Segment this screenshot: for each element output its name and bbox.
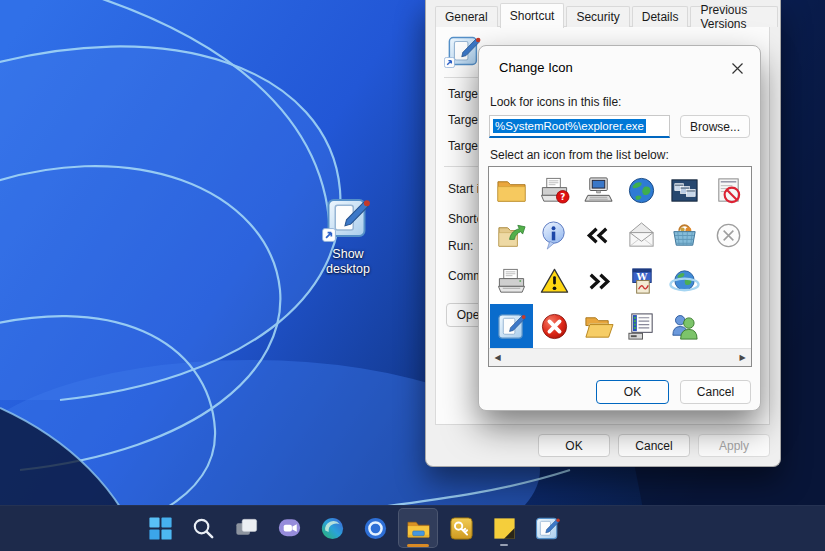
browse-button[interactable]: Browse...	[680, 115, 750, 138]
scroll-left-button[interactable]: ◀	[489, 349, 506, 366]
printer-icon[interactable]	[490, 259, 533, 304]
icon-grid	[489, 167, 751, 349]
close-button[interactable]	[725, 56, 749, 80]
system-properties-icon[interactable]	[620, 304, 663, 349]
taskbar-show-desktop-button[interactable]	[527, 508, 567, 548]
taskbar-edge-button[interactable]	[312, 508, 352, 548]
taskbar-cortana-button[interactable]	[355, 508, 395, 548]
window-blocked-icon[interactable]	[706, 168, 749, 213]
edge-icon	[319, 515, 346, 542]
write-wordpad-icon[interactable]	[620, 259, 663, 304]
taskbar-start-button[interactable]	[140, 508, 180, 548]
tab-general[interactable]: General	[435, 6, 498, 27]
properties-apply-button[interactable]: Apply	[698, 434, 770, 457]
tab-previous-versions[interactable]: Previous Versions	[690, 6, 778, 27]
change-icon-ok-button[interactable]: OK	[596, 380, 669, 404]
envelope-icon[interactable]	[620, 213, 663, 258]
taskbar-chat-button[interactable]	[269, 508, 309, 548]
tab-strip: GeneralShortcutSecurityDetailsPrevious V…	[435, 2, 780, 27]
folder-closed-icon[interactable]	[490, 168, 533, 213]
show-desktop-icon[interactable]	[490, 304, 533, 349]
sticky-notes-icon	[491, 515, 518, 542]
desktop-screen: Show desktop GeneralShortcutSecurityDeta…	[0, 0, 825, 551]
taskbar-file-explorer-button[interactable]	[398, 508, 438, 548]
task-view-icon	[233, 515, 260, 542]
computer-icon[interactable]	[577, 168, 620, 213]
field-label: Run:	[448, 239, 473, 253]
globe-icon[interactable]	[620, 168, 663, 213]
taskbar-items	[140, 508, 567, 548]
properties-cancel-button[interactable]: Cancel	[618, 434, 690, 457]
shortcut-arrow-icon	[322, 228, 336, 242]
taskbar-task-view-button[interactable]	[226, 508, 266, 548]
start-icon	[147, 515, 174, 542]
change-icon-cancel-button[interactable]: Cancel	[680, 380, 751, 404]
dialog-button-row: OK Cancel Apply	[538, 434, 770, 457]
taskbar-keepass-button[interactable]	[441, 508, 481, 548]
folder-share-icon[interactable]	[490, 213, 533, 258]
desktop-shortcut-show-desktop[interactable]: Show desktop	[304, 194, 392, 277]
shortcut-arrow-icon	[444, 57, 455, 68]
chat-icon	[276, 515, 303, 542]
empty-cell	[706, 304, 749, 349]
red-x-icon[interactable]	[533, 304, 576, 349]
chevrons-right-icon[interactable]	[577, 259, 620, 304]
close-icon	[731, 62, 744, 75]
key-icon	[448, 515, 475, 542]
tab-shortcut[interactable]: Shortcut	[500, 3, 565, 28]
circle-x-outline-icon[interactable]	[706, 213, 749, 258]
running-indicator	[500, 544, 508, 547]
horizontal-scrollbar[interactable]: ◀ ▶	[489, 348, 751, 366]
users-icon[interactable]	[663, 304, 706, 349]
info-bubble-icon[interactable]	[533, 213, 576, 258]
cortana-icon	[362, 515, 389, 542]
selected-text: %SystemRoot%\explorer.exe	[493, 119, 646, 133]
empty-cell	[706, 259, 749, 304]
printer-question-icon[interactable]	[533, 168, 576, 213]
change-icon-dialog: Change Icon Look for icons in this file:…	[478, 45, 761, 411]
icon-listbox: ◀ ▶	[488, 166, 752, 367]
chevrons-left-icon[interactable]	[577, 213, 620, 258]
basket-icon[interactable]	[663, 213, 706, 258]
show-desktop-icon	[324, 194, 372, 242]
file-path-input[interactable]: %SystemRoot%\explorer.exe	[489, 115, 670, 138]
tab-security[interactable]: Security	[566, 6, 629, 27]
shortcut-label: Show desktop	[304, 247, 392, 277]
globe-ring-icon[interactable]	[663, 259, 706, 304]
look-for-icons-label: Look for icons in this file:	[490, 95, 621, 109]
cascade-windows-icon[interactable]	[663, 168, 706, 213]
search-icon	[190, 515, 217, 542]
file-explorer-icon	[405, 515, 432, 542]
warning-icon[interactable]	[533, 259, 576, 304]
tab-details[interactable]: Details	[632, 6, 689, 27]
select-icon-label: Select an icon from the list below:	[490, 148, 669, 162]
show-desktop-icon	[534, 515, 561, 542]
dialog-title: Change Icon	[499, 60, 573, 75]
taskbar	[0, 505, 825, 551]
folder-open-icon[interactable]	[577, 304, 620, 349]
taskbar-sticky-notes-button[interactable]	[484, 508, 524, 548]
scroll-right-button[interactable]: ▶	[734, 349, 751, 366]
taskbar-search-button[interactable]	[183, 508, 223, 548]
scroll-track[interactable]	[506, 349, 734, 366]
properties-ok-button[interactable]: OK	[538, 434, 610, 457]
